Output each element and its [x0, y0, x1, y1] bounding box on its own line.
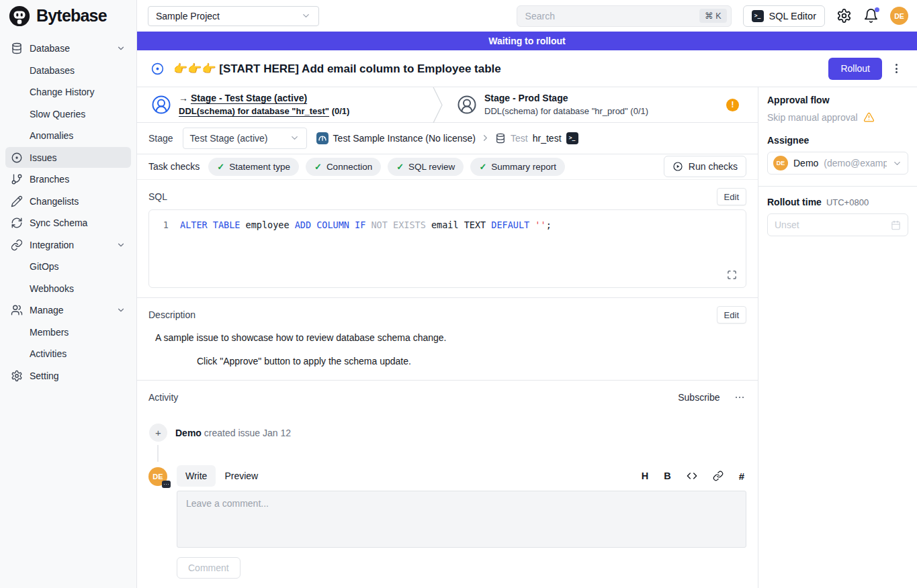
stage-user-icon [457, 95, 477, 115]
sidebar-item-change-history[interactable]: Change History [5, 82, 131, 103]
gear-icon [836, 8, 852, 23]
link-icon [713, 471, 724, 481]
check-connection[interactable]: ✓ Connection [306, 158, 381, 176]
sql-editor-button[interactable]: >_ SQL Editor [743, 5, 825, 27]
notifications-button[interactable] [863, 8, 879, 23]
sql-section-header: SQL Edit [148, 188, 746, 205]
content: → Stage - Test Stage (active) DDL(schema… [137, 87, 917, 588]
sidebar-item-activities[interactable]: Activities [5, 344, 131, 364]
sidebar-item-manage[interactable]: Manage [5, 300, 131, 321]
sidebar-item-issues[interactable]: Issues [5, 147, 131, 168]
approval-flow-value: Skip manual approval [767, 112, 858, 123]
pipeline-stage-test[interactable]: → Stage - Test Stage (active) DDL(schema… [137, 87, 433, 122]
expand-icon[interactable] [727, 270, 737, 280]
comment-avatar: DE [148, 467, 167, 486]
stage-task: DDL(schema) for database "hr_test" [179, 106, 329, 116]
description-label: Description [148, 309, 195, 320]
pipeline-stage-prod[interactable]: Stage - Prod Stage DDL(schema) for datab… [443, 87, 758, 122]
sidebar-item-integration[interactable]: Integration [5, 234, 131, 255]
sidebar-item-databases[interactable]: Databases [5, 60, 131, 81]
rollout-timezone: UTC+0800 [826, 197, 869, 207]
user-avatar[interactable]: DE [890, 7, 908, 25]
sidebar-item-label: Changelists [30, 196, 79, 207]
activity-section: Activity Subscribe + Demo created issue … [137, 381, 758, 588]
sidebar-item-gitops[interactable]: GitOps [5, 256, 131, 277]
heading-button[interactable]: H [642, 471, 648, 481]
settings-button[interactable] [836, 8, 852, 23]
stage-select[interactable]: Test Stage (active) [183, 128, 307, 149]
stage-label: Stage [148, 133, 173, 144]
search-input[interactable] [525, 11, 695, 21]
link-button[interactable] [713, 471, 724, 481]
sql-code-line: 1 ALTER TABLE employee ADD COLUMN IF NOT… [149, 219, 746, 232]
database-icon [11, 42, 23, 54]
description-edit-button[interactable]: Edit [717, 306, 746, 324]
tab-preview[interactable]: Preview [216, 465, 267, 487]
hash-button[interactable]: # [739, 471, 744, 482]
description-section: Description Edit A sample issue to showc… [137, 298, 758, 381]
sidebar-item-changelists[interactable]: Changelists [5, 191, 131, 211]
issue-header: 👉👉👉 [START HERE] Add email column to Emp… [137, 50, 917, 87]
check-statement-type[interactable]: ✓ Statement type [208, 158, 299, 176]
run-checks-button[interactable]: Run checks [664, 156, 746, 177]
pencil-icon [11, 195, 23, 207]
sidebar-item-sync-schema[interactable]: Sync Schema [5, 213, 131, 234]
sql-edit-button[interactable]: Edit [717, 188, 746, 205]
sidebar-item-members[interactable]: Members [5, 322, 131, 342]
gear-icon [11, 370, 23, 382]
brand-logo[interactable]: Bytebase [0, 0, 136, 32]
tab-write[interactable]: Write [177, 465, 216, 487]
comment-submit-button[interactable]: Comment [177, 557, 241, 579]
chevron-down-icon [116, 44, 126, 53]
sql-code-editor[interactable]: 1 ALTER TABLE employee ADD COLUMN IF NOT… [148, 209, 746, 288]
assignee-name: Demo [793, 158, 818, 168]
sidebar-item-database[interactable]: Database [5, 38, 131, 59]
comment-editor: DE Write Preview H B [148, 465, 746, 579]
description-header: Description Edit [148, 306, 746, 324]
sidebar-item-setting[interactable]: Setting [5, 365, 131, 386]
bold-button[interactable]: B [664, 471, 670, 481]
plus-icon: + [149, 424, 167, 442]
sidebar-nav: Database Databases Change History Slow Q… [0, 32, 136, 387]
sidebar-item-label: Database [30, 43, 70, 54]
line-number: 1 [149, 219, 180, 232]
database-breadcrumb: Test Sample Instance (No license) Test h… [316, 132, 578, 144]
sidebar-item-label: Members [30, 327, 69, 338]
more-options-icon[interactable] [733, 394, 747, 401]
sidebar-item-label: GitOps [30, 261, 59, 272]
timeline-connector [157, 445, 159, 462]
approval-flow-label: Approval flow [767, 95, 908, 105]
rollout-time-picker[interactable]: Unset [767, 213, 908, 236]
sidebar-item-branches[interactable]: Branches [5, 169, 131, 190]
stage-pipeline: → Stage - Test Stage (active) DDL(schema… [137, 87, 758, 123]
sidebar-item-slow-queries[interactable]: Slow Queries [5, 103, 131, 124]
chevron-down-icon [892, 158, 902, 168]
approval-flow-value-row: Skip manual approval [767, 111, 908, 123]
feed-action: created issue [204, 428, 260, 438]
comment-input[interactable] [177, 491, 746, 548]
rollout-button[interactable]: Rollout [828, 58, 882, 80]
more-actions-icon[interactable] [891, 60, 902, 77]
sidebar-item-anomalies[interactable]: Anomalies [5, 126, 131, 146]
issue-main-column: → Stage - Test Stage (active) DDL(schema… [137, 87, 758, 588]
sidebar-item-label: Slow Queries [30, 109, 85, 119]
stage-select-value: Test Stage (active) [190, 133, 268, 144]
check-summary-report[interactable]: ✓ Summary report [470, 158, 565, 176]
rollout-time-label: Rollout time [767, 197, 822, 207]
notification-dot [875, 7, 879, 12]
assignee-select[interactable]: DE Demo (demo@example [767, 152, 908, 175]
subscribe-button[interactable]: Subscribe [678, 392, 719, 403]
git-branch-icon [11, 173, 23, 185]
instance-link[interactable]: Test Sample Instance (No license) [333, 133, 476, 144]
check-sql-review[interactable]: ✓ SQL review [388, 158, 464, 176]
code-button[interactable] [687, 471, 697, 481]
check-label: Summary report [491, 162, 556, 172]
comment-bubble-icon [162, 481, 171, 488]
open-sql-editor-icon[interactable]: >_ [566, 132, 578, 144]
project-select[interactable]: Sample Project [148, 6, 319, 26]
environment-label: Test [511, 133, 528, 144]
database-link[interactable]: hr_test [533, 133, 562, 144]
calendar-icon [891, 220, 901, 230]
sidebar-item-label: Issues [30, 152, 56, 163]
sidebar-item-webhooks[interactable]: Webhooks [5, 278, 131, 299]
